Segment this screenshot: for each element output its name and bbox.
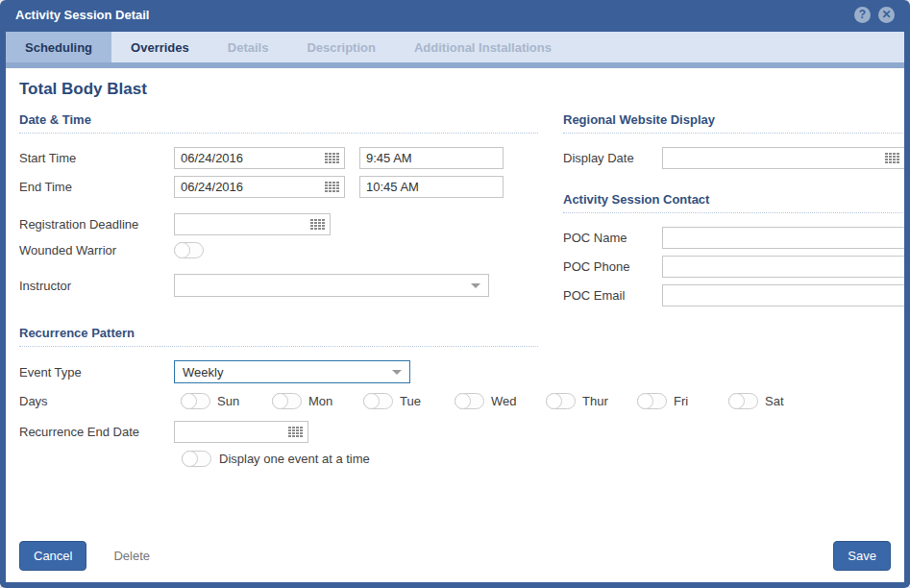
end-time-input[interactable]	[359, 176, 504, 198]
section-date-time: Date & Time	[19, 112, 538, 134]
event-type-row: Event Type Weekly	[19, 360, 538, 383]
registration-deadline-input[interactable]	[174, 213, 331, 235]
poc-email-label: POC Email	[563, 288, 662, 303]
recurrence-end-date-label: Recurrence End Date	[19, 425, 174, 439]
cancel-button[interactable]: Cancel	[19, 541, 86, 571]
chevron-down-icon	[392, 370, 402, 375]
instructor-row: Instructor	[19, 274, 538, 297]
tab-scheduling[interactable]: Scheduling	[6, 32, 111, 62]
day-sun-label: Sun	[217, 394, 239, 408]
day-sun-toggle[interactable]	[181, 393, 210, 409]
day-tue-toggle[interactable]	[363, 393, 393, 409]
registration-deadline-label: Registration Deadline	[19, 217, 174, 232]
recurrence-end-date-wrap	[174, 421, 308, 443]
end-time-label: End Time	[19, 180, 174, 194]
display-one-event-label: Display one event at a time	[219, 452, 370, 466]
event-type-dropdown[interactable]: Weekly	[174, 360, 410, 383]
start-date-wrap	[174, 147, 345, 169]
day-sun: Sun	[174, 393, 265, 409]
day-mon-toggle[interactable]	[272, 393, 302, 409]
display-date-wrap	[662, 147, 904, 169]
tab-strip: Scheduling Overrides Details Description…	[6, 32, 904, 62]
day-sat-toggle[interactable]	[728, 393, 758, 409]
instructor-dropdown[interactable]	[174, 274, 489, 297]
activity-session-detail-dialog: Activity Session Detail ? ✕ Scheduling O…	[0, 0, 910, 588]
calendar-icon[interactable]	[288, 427, 303, 438]
end-date-input[interactable]	[174, 176, 345, 198]
save-button[interactable]: Save	[833, 541, 891, 571]
display-one-event-toggle[interactable]	[182, 451, 211, 467]
end-date-wrap	[174, 176, 345, 198]
registration-deadline-wrap	[174, 213, 331, 235]
instructor-label: Instructor	[19, 279, 174, 293]
day-tue-label: Tue	[400, 394, 421, 408]
event-type-label: Event Type	[19, 365, 174, 380]
calendar-icon[interactable]	[310, 219, 325, 231]
start-time-row: Start Time	[19, 147, 538, 169]
display-date-label: Display Date	[563, 151, 662, 165]
section-recurrence: Recurrence Pattern	[19, 326, 538, 347]
chevron-down-icon	[471, 283, 480, 288]
day-mon-label: Mon	[308, 394, 332, 408]
close-icon[interactable]: ✕	[878, 7, 895, 23]
section-regional: Regional Website Display	[563, 112, 904, 134]
calendar-icon[interactable]	[325, 153, 339, 164]
poc-name-input[interactable]	[662, 227, 904, 249]
days-label: Days	[19, 394, 174, 408]
dialog-footer: Cancel Delete Save	[19, 541, 891, 582]
dialog-title: Activity Session Detail	[15, 8, 149, 22]
dialog-titlebar: Activity Session Detail ? ✕	[6, 0, 904, 32]
wounded-warrior-toggle[interactable]	[174, 242, 204, 258]
day-wed-label: Wed	[491, 394, 517, 408]
right-column: Regional Website Display Display Date Ac…	[538, 112, 904, 467]
day-thur-toggle[interactable]	[546, 393, 576, 409]
day-wed-toggle[interactable]	[455, 393, 484, 409]
poc-name-row: POC Name	[563, 227, 904, 249]
display-date-input[interactable]	[662, 147, 904, 169]
tab-description: Description	[287, 32, 395, 62]
poc-name-label: POC Name	[563, 231, 662, 245]
calendar-icon[interactable]	[325, 182, 339, 193]
poc-phone-input[interactable]	[662, 256, 904, 278]
start-time-label: Start Time	[19, 151, 174, 165]
day-fri-toggle[interactable]	[637, 393, 667, 409]
dialog-body: Total Body Blast Date & Time Start Time …	[6, 68, 904, 582]
page-title: Total Body Blast	[19, 80, 891, 99]
poc-phone-row: POC Phone	[563, 256, 904, 278]
display-date-row: Display Date	[563, 147, 904, 169]
start-time-input[interactable]	[359, 147, 504, 169]
display-one-event-row: Display one event at a time	[174, 451, 538, 467]
delete-button[interactable]: Delete	[113, 549, 150, 563]
left-column: Date & Time Start Time End Time	[19, 112, 538, 467]
form-columns: Date & Time Start Time End Time	[19, 112, 891, 467]
start-date-input[interactable]	[174, 147, 345, 169]
poc-phone-label: POC Phone	[563, 259, 662, 274]
help-icon[interactable]: ?	[854, 7, 871, 23]
tab-overrides[interactable]: Overrides	[111, 32, 209, 62]
tab-details: Details	[209, 32, 288, 62]
day-wed: Wed	[448, 393, 539, 409]
wounded-warrior-row: Wounded Warrior	[19, 242, 538, 258]
end-time-row: End Time	[19, 176, 538, 198]
tab-additional-installations: Additional Installations	[395, 32, 571, 62]
poc-email-input[interactable]	[662, 284, 904, 306]
registration-deadline-row: Registration Deadline	[19, 213, 538, 235]
section-contact: Activity Session Contact	[563, 192, 904, 213]
calendar-icon[interactable]	[885, 153, 899, 164]
recurrence-end-date-row: Recurrence End Date	[19, 421, 538, 443]
wounded-warrior-label: Wounded Warrior	[19, 243, 174, 257]
day-mon: Mon	[265, 393, 357, 409]
event-type-value: Weekly	[183, 365, 223, 380]
day-tue: Tue	[357, 393, 448, 409]
poc-email-row: POC Email	[563, 284, 904, 306]
